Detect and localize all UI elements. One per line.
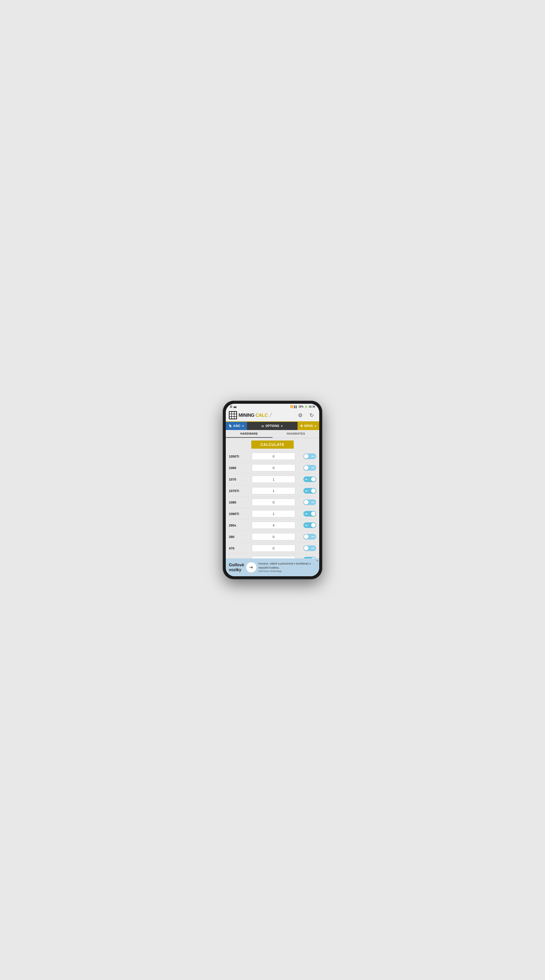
gpu-toggle[interactable]: OFF bbox=[303, 465, 316, 471]
gpus-label: GPUS bbox=[304, 424, 313, 428]
gpu-quantity-input[interactable] bbox=[252, 556, 295, 558]
gpu-toggle[interactable]: OFF bbox=[303, 500, 316, 505]
gpu-quantity-input[interactable] bbox=[252, 510, 295, 517]
toggle-wrapper: OFF bbox=[301, 546, 316, 551]
gpu-name: 1070Ti bbox=[229, 489, 252, 493]
gpu-row: 470OFF bbox=[229, 542, 316, 554]
gpu-name: 470 bbox=[229, 546, 252, 550]
toggle-wrapper: ON bbox=[301, 476, 316, 482]
toggle-label: OFF bbox=[311, 455, 315, 457]
app-header: MINING CALC / ⚙ ↻ bbox=[226, 409, 319, 422]
status-right-info: 📶 ▌▌ 18% 🔋 16:36 bbox=[290, 405, 315, 408]
gpu-toggle[interactable]: OFF bbox=[303, 534, 316, 539]
app-logo: MINING CALC / bbox=[229, 411, 271, 419]
options-label: OPTIONS bbox=[265, 424, 279, 428]
gpu-quantity-input[interactable] bbox=[252, 533, 295, 540]
camera-icon: 📷 bbox=[233, 405, 236, 408]
gpu-toggle[interactable]: OFF bbox=[303, 453, 316, 459]
gpu-row: 1080TiON bbox=[229, 508, 316, 520]
signal-icon: ▌▌ bbox=[294, 406, 298, 408]
tab-gpus[interactable]: ⚙ GPUS ▼ bbox=[298, 422, 319, 430]
toggle-knob bbox=[311, 523, 316, 528]
gpu-quantity-input[interactable] bbox=[252, 476, 295, 483]
gpu-toggle[interactable]: ON bbox=[303, 522, 316, 528]
logo-brand-text: MINING CALC bbox=[239, 413, 268, 418]
gpu-name: 280x bbox=[229, 523, 252, 527]
ad-description: Inovace, vášeň a preciznost v kombinaci … bbox=[258, 562, 316, 573]
phone-device: 🖼 📷 📶 ▌▌ 18% 🔋 16:36 MINING bbox=[223, 401, 322, 579]
toggle-wrapper: ON bbox=[301, 488, 316, 493]
tab-options[interactable]: ⚌ OPTIONS ▼ bbox=[247, 422, 298, 430]
toggle-wrapper: OFF bbox=[301, 534, 316, 539]
wifi-icon: 📶 bbox=[290, 405, 293, 408]
gpu-quantity-input[interactable] bbox=[252, 453, 295, 460]
gpu-quantity-input[interactable] bbox=[252, 522, 295, 529]
asic-label: ASIC bbox=[233, 424, 241, 428]
gpu-toggle[interactable]: OFF bbox=[303, 546, 316, 551]
gpu-quantity-input[interactable] bbox=[252, 487, 295, 494]
calculate-button[interactable]: CALCULATE bbox=[251, 441, 294, 449]
ad-arrow-button[interactable]: ➜ bbox=[246, 562, 257, 573]
status-bar: 🖼 📷 📶 ▌▌ 18% 🔋 16:36 bbox=[226, 404, 319, 409]
toggle-wrapper: ON bbox=[301, 511, 316, 517]
gpu-row: 1070ON bbox=[229, 474, 316, 485]
ad-golf-text: Golfovévozíky bbox=[229, 563, 244, 572]
tab-bar: 🖱 ASIC ▼ ⚌ OPTIONS ▼ ⚙ GPUS ▼ bbox=[226, 422, 319, 430]
toggle-label: ON bbox=[305, 525, 308, 526]
battery-icon: 🔋 bbox=[304, 405, 308, 408]
clock: 16:36 bbox=[309, 405, 315, 408]
ad-main-text: Golfovévozíky bbox=[229, 563, 244, 572]
ad-banner: Golfovévozíky ➜ Inovace, vášeň a precizn… bbox=[226, 558, 319, 576]
gpu-quantity-input[interactable] bbox=[252, 545, 295, 552]
toggle-label: OFF bbox=[311, 547, 315, 549]
toggle-knob bbox=[304, 546, 309, 550]
gpu-name: 1070 bbox=[229, 477, 252, 481]
logo-runner-icon: / bbox=[270, 412, 272, 419]
sub-tab-bar: HARDWARE HASHRATES bbox=[226, 430, 319, 438]
header-action-icons: ⚙ ↻ bbox=[296, 410, 316, 420]
toggle-wrapper: ON bbox=[301, 522, 316, 528]
gpu-toggle[interactable]: ON bbox=[303, 476, 316, 482]
gpu-list: 1050TiOFF1060OFF1070ON1070TiON1080OFF108… bbox=[226, 451, 319, 558]
toggle-label: ON bbox=[305, 513, 308, 515]
gpu-name: 1050Ti bbox=[229, 455, 252, 458]
ad-close-button[interactable]: ✕ bbox=[316, 559, 318, 562]
status-left-icons: 🖼 📷 bbox=[230, 405, 236, 408]
options-sliders-icon: ⚌ bbox=[261, 424, 264, 428]
gpu-toggle[interactable]: ON bbox=[303, 511, 316, 517]
gpu-row: 280xON bbox=[229, 520, 316, 531]
asic-chip-icon: 🖱 bbox=[228, 424, 232, 428]
toggle-knob bbox=[311, 477, 316, 482]
toggle-label: OFF bbox=[311, 467, 315, 469]
calculate-btn-wrapper: CALCULATE bbox=[226, 438, 319, 451]
toggle-wrapper: OFF bbox=[301, 453, 316, 459]
sub-tab-hardware[interactable]: HARDWARE bbox=[226, 430, 272, 438]
toggle-label: ON bbox=[305, 479, 308, 480]
toggle-knob bbox=[304, 454, 309, 458]
gpu-row: 1070TiON bbox=[229, 485, 316, 496]
gpu-toggle[interactable]: ON bbox=[303, 488, 316, 493]
logo-grid-icon bbox=[229, 411, 237, 419]
toggle-knob bbox=[304, 500, 309, 504]
refresh-button[interactable]: ↻ bbox=[307, 410, 316, 420]
asic-dropdown-icon: ▼ bbox=[242, 425, 244, 428]
tab-asic[interactable]: 🖱 ASIC ▼ bbox=[226, 422, 247, 430]
gpu-row: 480ON bbox=[229, 554, 316, 558]
toggle-label: OFF bbox=[311, 536, 315, 538]
gpus-icon: ⚙ bbox=[300, 424, 303, 428]
gpu-row: 380OFF bbox=[229, 531, 316, 542]
gpu-quantity-input[interactable] bbox=[252, 499, 295, 506]
battery-percent: 18% bbox=[298, 405, 303, 408]
gpu-quantity-input[interactable] bbox=[252, 464, 295, 471]
toggle-knob bbox=[304, 466, 309, 470]
toggle-knob bbox=[304, 535, 309, 539]
toggle-label: ON bbox=[305, 490, 308, 492]
settings-button[interactable]: ⚙ bbox=[296, 410, 305, 420]
gpu-row: 1080OFF bbox=[229, 496, 316, 508]
sub-tab-hashrates[interactable]: HASHRATES bbox=[272, 430, 319, 438]
phone-screen: 🖼 📷 📶 ▌▌ 18% 🔋 16:36 MINING bbox=[226, 404, 319, 576]
gpu-name: 1080 bbox=[229, 501, 252, 504]
toggle-knob bbox=[311, 511, 316, 516]
toggle-wrapper: OFF bbox=[301, 465, 316, 471]
toggle-wrapper: OFF bbox=[301, 500, 316, 505]
